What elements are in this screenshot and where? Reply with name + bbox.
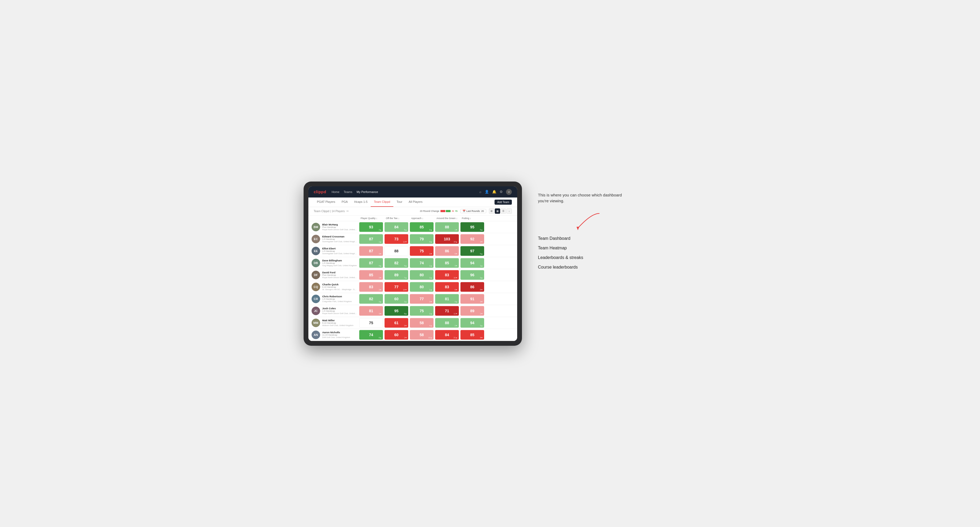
table-row[interactable]: ECEdward Crossman1-5 HandicapSunningdale…	[309, 233, 517, 245]
stat-cell: 923▼	[460, 234, 484, 244]
tab-all-players[interactable]: All Players	[406, 197, 426, 207]
col-green[interactable]: Around the Green ↓	[434, 216, 460, 221]
tab-hcaps[interactable]: Hcaps 1-5	[351, 197, 371, 207]
stat-cell: 858▲	[410, 222, 434, 232]
dashboard-option[interactable]: Team Dashboard	[538, 236, 623, 241]
nav-home[interactable]: Home	[332, 189, 339, 195]
calendar-icon: 📅	[463, 210, 466, 213]
stat-cell: 943▲	[460, 318, 484, 328]
player-handicap: 1-5 Handicap	[322, 310, 357, 312]
stat-change: 3▼	[455, 265, 458, 267]
edit-icon[interactable]: ✏	[347, 210, 349, 213]
stat-cell: 10315▲	[435, 234, 459, 244]
table-row[interactable]: CRChris Robertson1-5 HandicapCraigmillar…	[309, 293, 517, 305]
player-handicap: 1-5 Handicap	[322, 238, 357, 240]
user-avatar[interactable]: U	[506, 189, 512, 195]
dashboard-option[interactable]: Leaderboards & streaks	[538, 255, 623, 260]
stat-value: 75	[420, 249, 424, 253]
player-handicap: 1-5 Handicap	[322, 298, 357, 300]
table-row[interactable]: ANAaron Nicholls11-15 HandicapDrift Golf…	[309, 329, 517, 341]
profile-icon[interactable]: 👤	[485, 190, 489, 194]
nav-teams[interactable]: Teams	[344, 189, 352, 195]
col-quality[interactable]: Player Quality ↓	[358, 216, 384, 221]
player-handicap: Plus Handicap	[322, 274, 357, 276]
bell-icon[interactable]: 🔔	[492, 190, 496, 194]
tab-tour[interactable]: Tour	[393, 197, 405, 207]
logo[interactable]: clippd	[314, 189, 326, 194]
top-nav: clippd Home Teams My Performance ⌕ 👤 🔔 ⚙…	[309, 186, 517, 197]
stat-cell: 601▼	[385, 330, 408, 340]
player-details: Dave Billingham1-5 HandicapGog Magog Gol…	[322, 259, 357, 267]
table-row[interactable]: CQCharlie Quick6-10 HandicapSt. George's…	[309, 281, 517, 293]
settings-icon[interactable]: ⚙	[500, 190, 503, 194]
player-handicap: 1-5 Handicap	[322, 250, 357, 252]
stat-change: 3▲	[480, 277, 483, 279]
search-icon[interactable]: ⌕	[479, 190, 482, 194]
stat-change: 8▲	[379, 337, 382, 338]
stat-change: 10▲	[428, 337, 432, 338]
tab-pgat-players[interactable]: PGAT Players	[314, 197, 339, 207]
bar-positive	[446, 210, 450, 212]
table-row[interactable]: BMBlair McHargPlus HandicapRoyal North D…	[309, 221, 517, 233]
stat-change: 2▲	[404, 301, 407, 303]
stat-value: 83	[445, 273, 449, 277]
player-club: St. George's Hill GC - Weybridge - Surre…	[322, 288, 357, 290]
avatar: JC	[312, 306, 320, 315]
avatar: DB	[312, 259, 320, 267]
table-row[interactable]: EEElliot Ebert1-5 HandicapSunningdale Go…	[309, 245, 517, 257]
dashboard-option[interactable]: Course leaderboards	[538, 265, 623, 270]
red-arrow	[570, 212, 602, 231]
stat-value: 89	[395, 273, 399, 277]
table-row[interactable]: JCJosh Coles1-5 HandicapRoyal North Devo…	[309, 305, 517, 317]
stat-change: 4▲	[404, 265, 407, 267]
stat-value: 77	[420, 297, 424, 301]
stat-cell: 853▼	[359, 270, 383, 280]
dashboard-option[interactable]: Team Heatmap	[538, 246, 623, 251]
list-view-button[interactable]: ☰	[501, 208, 506, 214]
col-approach[interactable]: Approach ↓	[409, 216, 434, 221]
stat-change: 3▼	[379, 313, 382, 314]
table-row[interactable]: DBDave Billingham1-5 HandicapGog Magog G…	[309, 257, 517, 269]
table-row[interactable]: MMMatt Miller6-10 HandicapWoburn Golf Cl…	[309, 317, 517, 329]
stat-value: 94	[470, 261, 474, 265]
player-name: Chris Robertson	[322, 295, 357, 298]
stat-change: 1▲	[429, 265, 432, 267]
stat-value: 89	[470, 309, 474, 313]
stat-change: 9▲	[429, 241, 432, 243]
add-team-button[interactable]: Add Team	[495, 200, 512, 205]
table-row[interactable]: DFDavid FordPlus HandicapRoyal North Dev…	[309, 269, 517, 281]
stat-change: 6▲	[404, 229, 407, 231]
stat-value: 88	[445, 321, 449, 325]
stat-cell: 7111▼	[435, 306, 459, 316]
heatmap-view-button[interactable]: ▦	[495, 208, 500, 214]
player-club: Royal North Devon Golf Club, United King…	[322, 312, 357, 314]
player-info: ECEdward Crossman1-5 HandicapSunningdale…	[310, 233, 358, 245]
change-bar	[441, 210, 450, 212]
stat-value: 61	[395, 321, 399, 325]
player-name: Aaron Nicholls	[322, 331, 357, 334]
stat-change: 1▼	[455, 229, 458, 231]
download-button[interactable]: ↓	[506, 208, 512, 214]
grid-view-button[interactable]: ⊞	[489, 208, 494, 214]
col-tee[interactable]: Off the Tee ↓	[384, 216, 409, 221]
tab-pga[interactable]: PGA	[339, 197, 351, 207]
stat-cell: 868▼	[460, 282, 484, 292]
stat-change: 4▲	[379, 265, 382, 267]
stat-change: 3▼	[480, 241, 483, 243]
stat-change: 11▼	[453, 313, 458, 314]
stat-cell: 584▲	[410, 318, 434, 328]
stat-cell: 5810▲	[410, 330, 434, 340]
last-rounds-button[interactable]: 📅 Last Rounds: 20	[460, 209, 486, 213]
stat-value: 82	[395, 261, 399, 265]
player-details: Charlie Quick6-10 HandicapSt. George's H…	[322, 283, 357, 290]
col-putting[interactable]: Putting ↓	[460, 216, 485, 221]
nav-myperformance[interactable]: My Performance	[356, 189, 378, 195]
stat-value: 87	[369, 237, 373, 241]
tab-team-clippd[interactable]: Team Clippd	[371, 197, 393, 207]
stat-change: 3▼	[429, 253, 432, 255]
stat-cell: 854▼	[460, 330, 484, 340]
stat-value: 60	[395, 333, 399, 337]
avatar: MM	[312, 319, 320, 327]
player-handicap: 11-15 Handicap	[322, 334, 357, 336]
annotation-panel: This is where you can choose which dashb…	[538, 181, 623, 270]
